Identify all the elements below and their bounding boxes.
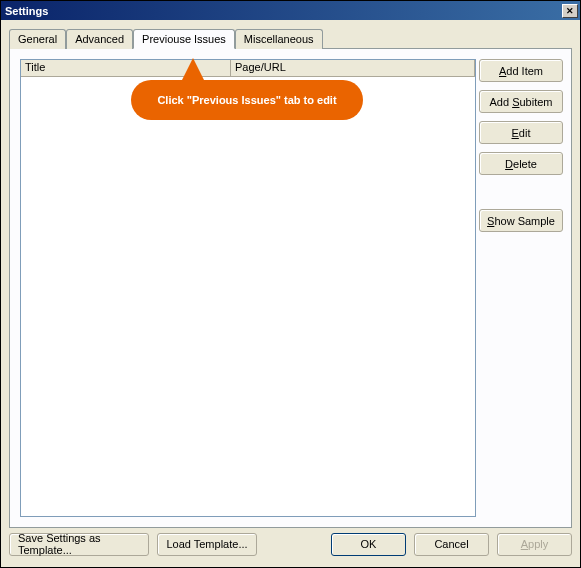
load-template-button[interactable]: Load Template... (157, 533, 257, 556)
ok-button[interactable]: OK (331, 533, 406, 556)
add-item-button[interactable]: Add Item (479, 59, 563, 82)
window-content: General Advanced Previouse Issues Miscel… (1, 20, 580, 567)
cancel-button[interactable]: Cancel (414, 533, 489, 556)
tab-panel: Title Page/URL Add Item Add Subitem Edit… (9, 48, 572, 528)
edit-button[interactable]: Edit (479, 121, 563, 144)
column-page-url[interactable]: Page/URL (231, 60, 475, 77)
tab-previouse-issues[interactable]: Previouse Issues (133, 29, 235, 49)
titlebar: Settings ✕ (1, 1, 580, 20)
add-subitem-button[interactable]: Add Subitem (479, 90, 563, 113)
sidebar-buttons: Add Item Add Subitem Edit Delete Show Sa… (479, 59, 563, 232)
tab-general[interactable]: General (9, 29, 66, 49)
column-title[interactable]: Title (21, 60, 231, 77)
list-header: Title Page/URL (21, 60, 475, 77)
tab-miscellaneous[interactable]: Miscellaneous (235, 29, 323, 49)
tab-advanced[interactable]: Advanced (66, 29, 133, 49)
delete-button[interactable]: Delete (479, 152, 563, 175)
issues-listbox[interactable]: Title Page/URL (20, 59, 476, 517)
settings-window: Settings ✕ General Advanced Previouse Is… (0, 0, 581, 568)
bottom-bar: Save Settings as Template... Load Templa… (9, 529, 572, 559)
window-title: Settings (5, 5, 48, 17)
show-sample-button[interactable]: Show Sample (479, 209, 563, 232)
save-template-button[interactable]: Save Settings as Template... (9, 533, 149, 556)
tabstrip: General Advanced Previouse Issues Miscel… (9, 28, 572, 48)
apply-button[interactable]: Apply (497, 533, 572, 556)
close-button[interactable]: ✕ (562, 4, 578, 18)
